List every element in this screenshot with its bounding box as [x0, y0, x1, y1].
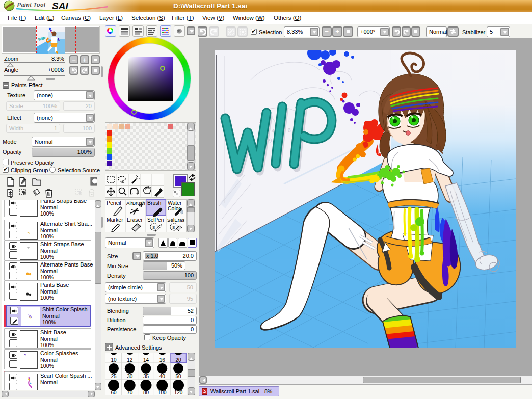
svg-text:SelEras: SelEras — [167, 217, 184, 223]
svg-text:50: 50 — [175, 374, 181, 379]
svg-text:10: 10 — [111, 357, 117, 363]
svg-text:25: 25 — [111, 374, 117, 379]
svg-text:Pencil: Pencil — [107, 200, 121, 206]
svg-text:12: 12 — [127, 357, 133, 363]
svg-text:30: 30 — [127, 374, 133, 379]
svg-text:40: 40 — [159, 374, 166, 379]
svg-text:Paint Tool: Paint Tool — [17, 2, 46, 8]
svg-text:120: 120 — [174, 390, 183, 395]
svg-text:16: 16 — [159, 357, 166, 363]
svg-text:Marker: Marker — [107, 217, 123, 223]
svg-text:14: 14 — [143, 357, 149, 363]
svg-text:S: S — [152, 225, 155, 230]
svg-text:60: 60 — [111, 390, 117, 395]
svg-text:6: 6 — [287, 127, 291, 134]
svg-text:35: 35 — [143, 374, 149, 379]
svg-text:SelPen: SelPen — [147, 217, 164, 223]
svg-text:Brush: Brush — [147, 200, 162, 206]
svg-text:80: 80 — [143, 390, 149, 395]
svg-text:S: S — [172, 225, 175, 230]
svg-text:Eraser: Eraser — [127, 217, 143, 223]
svg-text:70: 70 — [127, 390, 133, 395]
svg-text:20: 20 — [175, 357, 181, 363]
svg-text:100: 100 — [158, 390, 167, 395]
